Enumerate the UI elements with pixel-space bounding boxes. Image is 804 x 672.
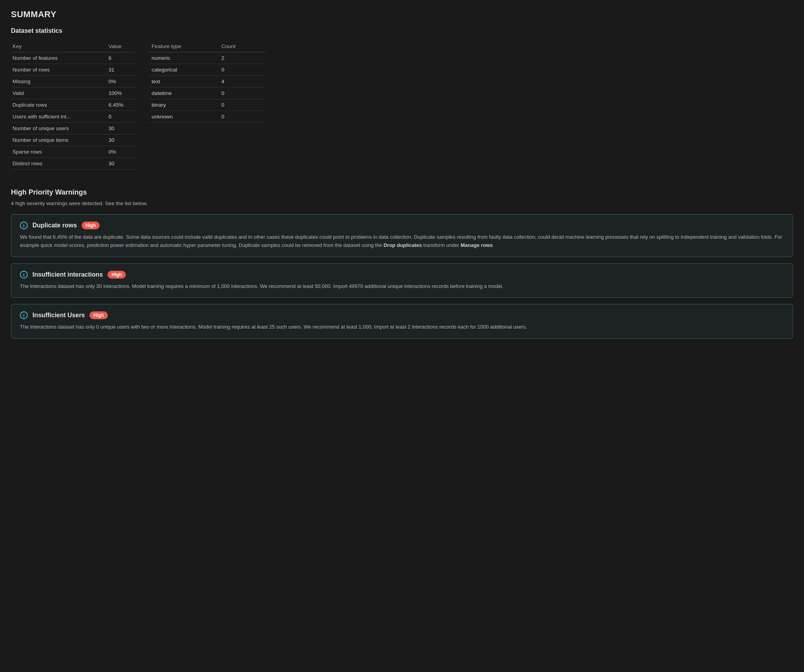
stats-value: 6.45% [107,99,136,111]
table-row: binary0 [148,99,266,111]
feature-col-count: Count [218,41,266,52]
warnings-list: i Duplicate rows High We found that 6.45… [11,214,793,339]
stats-key: Sparse rows [11,146,107,158]
stats-value: 6 [107,52,136,64]
stats-key: Duplicate rows [11,99,107,111]
table-row: numeric2 [148,52,266,64]
stats-value: 30 [107,134,136,146]
table-row: categorical0 [148,64,266,76]
stats-value: 31 [107,64,136,76]
feature-count: 4 [218,76,266,88]
feature-count: 0 [218,111,266,123]
warning-card: i Insufficient Users High The Interactio… [11,304,793,339]
warning-card: i Duplicate rows High We found that 6.45… [11,214,793,257]
stats-key: Number of features [11,52,107,64]
warning-icon: i [20,222,28,229]
warning-body: The Interactions dataset has only 0 uniq… [20,323,784,331]
stats-key: Users with sufficient int... [11,111,107,123]
svg-text:i: i [23,313,25,318]
stats-value: 30 [107,158,136,170]
warning-card: i Insufficient interactions High The Int… [11,263,793,298]
svg-text:i: i [23,272,25,278]
warnings-section: High Priority Warnings 4 high severity w… [11,188,793,339]
table-row: Sparse rows0% [11,146,136,158]
warning-body: The Interactions dataset has only 30 int… [20,282,784,291]
warning-body: We found that 6.45% of the data are dupl… [20,233,784,250]
warning-title: Insufficient Users [32,312,85,319]
stats-value: 100% [107,88,136,99]
dataset-statistics-heading: Dataset statistics [11,27,793,34]
status-badge: High [89,311,108,319]
feature-count: 2 [218,52,266,64]
feature-type: binary [148,99,218,111]
table-row: Valid100% [11,88,136,99]
feature-type: text [148,76,218,88]
table-row: text4 [148,76,266,88]
stats-key-value-table-container: Key Value Number of features6Number of r… [11,41,136,170]
feature-type: datetime [148,88,218,99]
feature-count: 0 [218,64,266,76]
feature-type-table: Feature type Count numeric2categorical0t… [148,41,266,123]
warning-header: i Insufficient interactions High [20,271,784,279]
table-row: Number of unique users30 [11,123,136,134]
stats-value: 0 [107,111,136,123]
dataset-stats-container: Key Value Number of features6Number of r… [11,41,793,170]
manage-rows-link[interactable]: Manage rows [461,242,493,248]
stats-key: Number of rows [11,64,107,76]
stats-value: 0% [107,76,136,88]
feature-type-table-container: Feature type Count numeric2categorical0t… [148,41,266,170]
table-row: unknown0 [148,111,266,123]
feature-col-type: Feature type [148,41,218,52]
table-row: Number of unique items30 [11,134,136,146]
stats-value: 0% [107,146,136,158]
feature-count: 0 [218,99,266,111]
table-row: Missing0% [11,76,136,88]
drop-duplicates-link[interactable]: Drop duplicates [384,242,422,248]
stats-key: Number of unique items [11,134,107,146]
stats-key-value-table: Key Value Number of features6Number of r… [11,41,136,170]
table-row: datetime0 [148,88,266,99]
warnings-description: 4 high severity warnings were detected. … [11,200,793,206]
warning-title: Duplicate rows [32,222,77,229]
warning-icon: i [20,311,28,319]
table-row: Number of rows31 [11,64,136,76]
warnings-title: High Priority Warnings [11,188,793,197]
warning-header: i Duplicate rows High [20,222,784,229]
status-badge: High [107,271,126,279]
status-badge: High [82,222,100,229]
table-row: Duplicate rows6.45% [11,99,136,111]
warning-title: Insufficient interactions [32,271,103,278]
stats-key: Valid [11,88,107,99]
feature-count: 0 [218,88,266,99]
feature-type: categorical [148,64,218,76]
warning-header: i Insufficient Users High [20,311,784,319]
stats-col-value: Value [107,41,136,52]
warning-icon: i [20,271,28,279]
page-title: SUMMARY [11,9,793,20]
table-row: Users with sufficient int...0 [11,111,136,123]
stats-col-key: Key [11,41,107,52]
feature-type: unknown [148,111,218,123]
table-row: Distinct rows30 [11,158,136,170]
stats-key: Missing [11,76,107,88]
feature-type: numeric [148,52,218,64]
svg-text:i: i [23,223,25,229]
stats-key: Number of unique users [11,123,107,134]
table-row: Number of features6 [11,52,136,64]
stats-key: Distinct rows [11,158,107,170]
stats-value: 30 [107,123,136,134]
